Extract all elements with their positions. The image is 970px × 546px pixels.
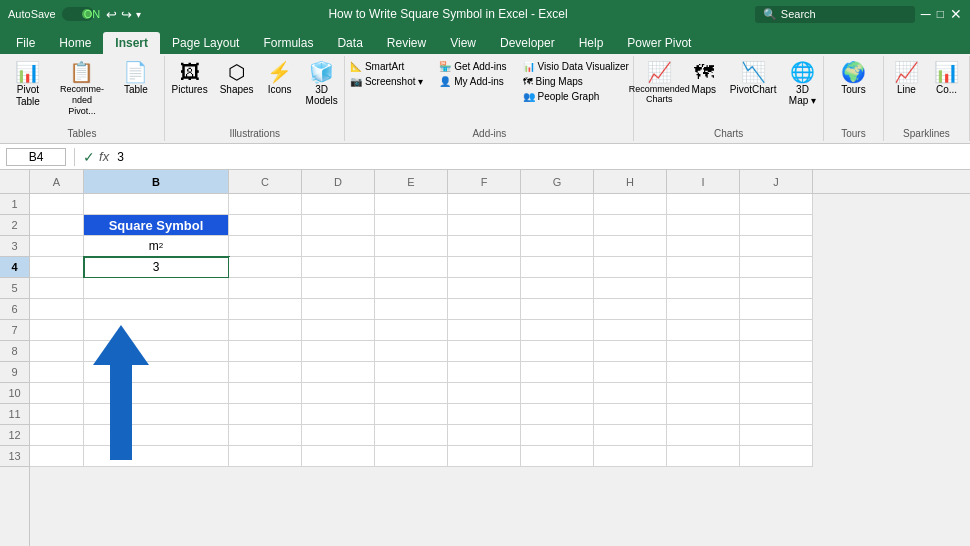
cell-h1[interactable] [594, 194, 667, 215]
bing-maps-button[interactable]: 🗺 Bing Maps [519, 75, 633, 88]
cell-i5[interactable] [667, 278, 740, 299]
my-addins-button[interactable]: 👤 My Add-ins [435, 75, 510, 88]
cell-i2[interactable] [667, 215, 740, 236]
tab-insert[interactable]: Insert [103, 32, 160, 54]
cell-a2[interactable] [30, 215, 84, 236]
pictures-button[interactable]: 🖼 Pictures [168, 60, 212, 97]
cell-c1[interactable] [229, 194, 302, 215]
cell-a6[interactable] [30, 299, 84, 320]
search-box[interactable]: 🔍 Search [755, 6, 915, 23]
cell-f3[interactable] [448, 236, 521, 257]
column-sparkline-button[interactable]: 📊 Co... [928, 60, 964, 97]
3d-models-button[interactable]: 🧊 3DModels [302, 60, 342, 108]
icons-button[interactable]: ⚡ Icons [262, 60, 298, 97]
cell-c4[interactable] [229, 257, 302, 278]
cell-b2[interactable]: Square Symbol [84, 215, 229, 236]
cell-d5[interactable] [302, 278, 375, 299]
cell-g4[interactable] [521, 257, 594, 278]
quick-access-more[interactable]: ▾ [136, 9, 141, 20]
cell-i1[interactable] [667, 194, 740, 215]
cell-b6[interactable] [84, 299, 229, 320]
cell-i3[interactable] [667, 236, 740, 257]
tours-button[interactable]: 🌍 Tours [835, 60, 871, 97]
cell-a4[interactable] [30, 257, 84, 278]
cell-b5[interactable] [84, 278, 229, 299]
table-button[interactable]: 📄 Table [111, 60, 161, 97]
3d-map-label: 3DMap ▾ [789, 84, 816, 106]
tab-help[interactable]: Help [567, 32, 616, 54]
cell-f4[interactable] [448, 257, 521, 278]
cell-c5[interactable] [229, 278, 302, 299]
cell-h5[interactable] [594, 278, 667, 299]
row-9: 9 [0, 362, 29, 383]
cell-d3[interactable] [302, 236, 375, 257]
cell-f5[interactable] [448, 278, 521, 299]
cell-h3[interactable] [594, 236, 667, 257]
tab-home[interactable]: Home [47, 32, 103, 54]
cell-i4[interactable] [667, 257, 740, 278]
cell-j2[interactable] [740, 215, 813, 236]
formula-check-icon[interactable]: ✓ [83, 149, 95, 165]
cell-e5[interactable] [375, 278, 448, 299]
get-addins-icon: 🏪 [439, 61, 451, 72]
cell-g5[interactable] [521, 278, 594, 299]
line-button[interactable]: 📈 Line [888, 60, 924, 97]
cell-a1[interactable] [30, 194, 84, 215]
cell-f1[interactable] [448, 194, 521, 215]
minimize-icon[interactable]: ─ [921, 6, 931, 22]
maps-button[interactable]: 🗺 Maps [686, 60, 722, 97]
undo-icon[interactable]: ↩ [106, 7, 117, 22]
cell-d4[interactable] [302, 257, 375, 278]
cell-b1[interactable] [84, 194, 229, 215]
close-icon[interactable]: ✕ [950, 6, 962, 22]
cell-h4[interactable] [594, 257, 667, 278]
screenshot-button[interactable]: 📷 Screenshot ▾ [346, 75, 427, 88]
maximize-icon[interactable]: □ [937, 7, 944, 21]
cell-a5[interactable] [30, 278, 84, 299]
tab-file[interactable]: File [4, 32, 47, 54]
cell-g2[interactable] [521, 215, 594, 236]
cell-g3[interactable] [521, 236, 594, 257]
cell-b3[interactable]: m2 [84, 236, 229, 257]
tab-view[interactable]: View [438, 32, 488, 54]
cell-j3[interactable] [740, 236, 813, 257]
cell-d1[interactable] [302, 194, 375, 215]
visio-button[interactable]: 📊 Visio Data Visualizer [519, 60, 633, 73]
pivot-chart-button[interactable]: 📉 PivotChart [726, 60, 781, 97]
tab-review[interactable]: Review [375, 32, 438, 54]
3d-map-button[interactable]: 🌐 3DMap ▾ [784, 60, 820, 108]
cell-f2[interactable] [448, 215, 521, 236]
cell-d2[interactable] [302, 215, 375, 236]
cell-b4[interactable]: 3 [84, 257, 229, 278]
tab-developer[interactable]: Developer [488, 32, 567, 54]
cell-e3[interactable] [375, 236, 448, 257]
tab-power-pivot[interactable]: Power Pivot [615, 32, 703, 54]
cell-e1[interactable] [375, 194, 448, 215]
cell-g1[interactable] [521, 194, 594, 215]
shapes-button[interactable]: ⬡ Shapes [216, 60, 258, 97]
pivot-table-button[interactable]: 📊 PivotTable [3, 60, 53, 110]
redo-icon[interactable]: ↪ [121, 7, 132, 22]
cell-j4[interactable] [740, 257, 813, 278]
cell-c3[interactable] [229, 236, 302, 257]
formula-input[interactable] [117, 150, 964, 164]
cell-e4[interactable] [375, 257, 448, 278]
get-addins-button[interactable]: 🏪 Get Add-ins [435, 60, 510, 73]
cell-c2[interactable] [229, 215, 302, 236]
cell-a3[interactable] [30, 236, 84, 257]
smartart-button[interactable]: 📐 SmartArt [346, 60, 427, 73]
tab-data[interactable]: Data [325, 32, 374, 54]
cell-e2[interactable] [375, 215, 448, 236]
cell-reference-box[interactable]: B4 [6, 148, 66, 166]
cell-b2-value: Square Symbol [109, 218, 204, 233]
recommended-charts-button[interactable]: 📈 RecommendedCharts [637, 60, 682, 106]
people-graph-button[interactable]: 👥 People Graph [519, 90, 633, 103]
row-5: 5 [0, 278, 29, 299]
cell-j1[interactable] [740, 194, 813, 215]
cell-j5[interactable] [740, 278, 813, 299]
tab-page-layout[interactable]: Page Layout [160, 32, 251, 54]
tab-formulas[interactable]: Formulas [251, 32, 325, 54]
recommended-pivottables-button[interactable]: 📋 Recomme-ndedPivot... [57, 60, 107, 118]
rec-pivot-icon: 📋 [69, 62, 94, 82]
cell-h2[interactable] [594, 215, 667, 236]
